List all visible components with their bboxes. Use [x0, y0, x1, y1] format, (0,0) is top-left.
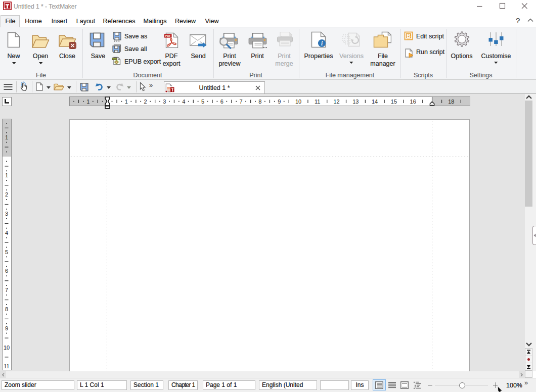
svg-text:5: 5 — [201, 99, 204, 105]
svg-text:4: 4 — [182, 99, 185, 105]
svg-text:10: 10 — [295, 99, 301, 105]
svg-text:12: 12 — [333, 99, 339, 105]
svg-text:8: 8 — [258, 99, 261, 105]
svg-text:1: 1 — [125, 99, 128, 105]
svg-text:14: 14 — [372, 99, 378, 105]
svg-text:13: 13 — [352, 99, 359, 105]
svg-text:15: 15 — [391, 99, 397, 105]
svg-text:9: 9 — [5, 325, 8, 331]
svg-text:1: 1 — [5, 134, 8, 140]
svg-text:10: 10 — [4, 345, 10, 351]
svg-text:4: 4 — [5, 230, 8, 236]
svg-text:11: 11 — [4, 363, 9, 369]
svg-text:5: 5 — [5, 249, 8, 255]
svg-text:18: 18 — [448, 99, 454, 105]
svg-text:16: 16 — [410, 99, 416, 105]
svg-text:7: 7 — [5, 287, 8, 293]
svg-text:2: 2 — [5, 191, 8, 198]
svg-text:8: 8 — [5, 306, 8, 312]
svg-text:B: B — [407, 33, 411, 39]
svg-text:9: 9 — [278, 99, 281, 105]
svg-text:6: 6 — [220, 99, 224, 105]
svg-text:3: 3 — [163, 99, 166, 105]
svg-text:7: 7 — [240, 99, 243, 105]
svg-text:6: 6 — [5, 268, 8, 274]
svg-text:1: 1 — [5, 172, 8, 178]
svg-text:PDF: PDF — [165, 34, 171, 37]
svg-text:3: 3 — [5, 211, 8, 217]
svg-text:11: 11 — [315, 99, 320, 105]
svg-text:1: 1 — [86, 99, 90, 105]
svg-text:2: 2 — [144, 99, 147, 105]
